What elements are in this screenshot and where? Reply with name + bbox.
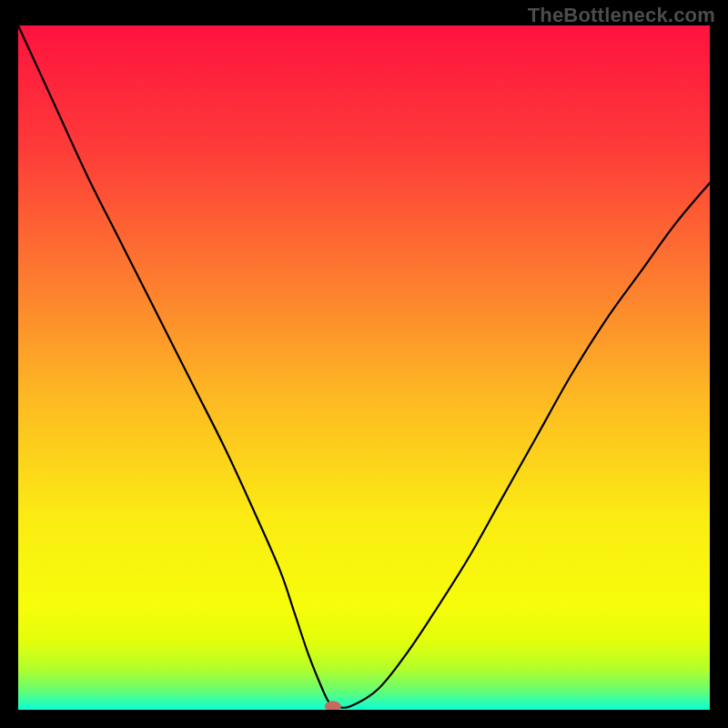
plot-area bbox=[18, 25, 710, 710]
bottleneck-chart bbox=[18, 25, 710, 710]
watermark-text: TheBottleneck.com bbox=[528, 4, 715, 27]
gradient-background bbox=[18, 25, 710, 710]
chart-frame: TheBottleneck.com bbox=[0, 0, 728, 728]
